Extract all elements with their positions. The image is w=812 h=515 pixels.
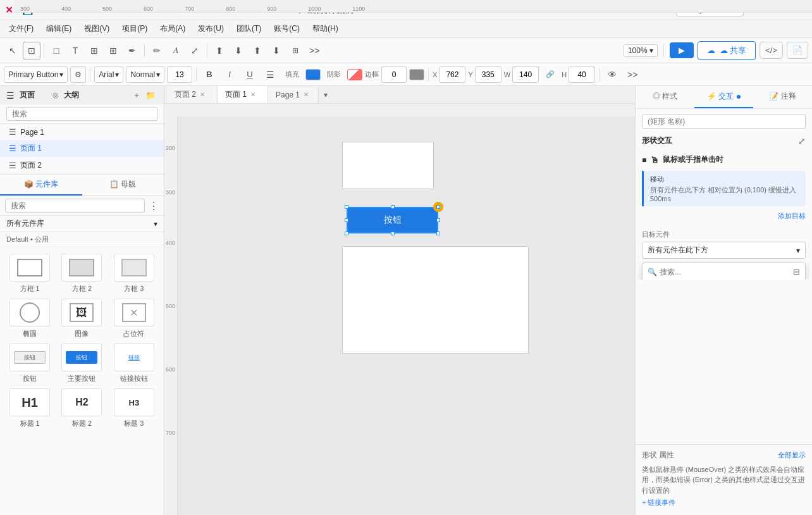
- align-bottom[interactable]: ⬇: [230, 42, 247, 59]
- comp-menu-btn[interactable]: ⋮: [149, 200, 159, 212]
- group-tool[interactable]: ⊞: [286, 42, 304, 59]
- resize-handle-tl[interactable]: [345, 205, 348, 209]
- h-input[interactable]: [569, 66, 595, 83]
- comp-item-btn[interactable]: 按钮 按钮: [6, 344, 53, 383]
- list-button[interactable]: ☰: [261, 66, 279, 84]
- resize-handle-bm[interactable]: [391, 232, 395, 235]
- resize-handle-ml[interactable]: [345, 218, 348, 222]
- input-tool[interactable]: ⊞: [85, 42, 103, 59]
- page-tab-page2[interactable]: 页面 2 ✕: [167, 86, 218, 103]
- border-color[interactable]: [409, 69, 424, 80]
- tab-close-icon[interactable]: ✕: [200, 91, 205, 98]
- shape-name-input[interactable]: [642, 114, 806, 129]
- canvas-rect-bottom[interactable]: [342, 246, 529, 354]
- order-down[interactable]: ⬇: [268, 42, 285, 59]
- bold-button[interactable]: B: [200, 66, 218, 84]
- pencil-tool[interactable]: ✏: [148, 42, 166, 59]
- order-up[interactable]: ⬆: [249, 42, 266, 59]
- comp-item-h2[interactable]: H2 标题 2: [58, 388, 105, 428]
- crop-tool[interactable]: ⊡: [23, 42, 40, 59]
- font-style-dropdown[interactable]: Normal ▾: [126, 66, 164, 83]
- border-width-input[interactable]: [381, 66, 407, 83]
- pen-tool[interactable]: ✒: [123, 42, 141, 59]
- target-element-dropdown[interactable]: 所有元件在此下方 ▾: [642, 242, 806, 259]
- comp-item-primary-btn[interactable]: 按钮 主要按钮: [58, 344, 105, 383]
- right-tab-interaction[interactable]: ⚡ 交互: [694, 86, 753, 108]
- font-size-input[interactable]: [167, 66, 192, 83]
- add-page-btn[interactable]: +: [132, 90, 141, 101]
- right-tab-notes[interactable]: 📝 注释: [753, 86, 812, 108]
- share-button[interactable]: ☁ ☁ 共享: [698, 41, 756, 60]
- italic-button[interactable]: I: [221, 66, 238, 84]
- comp-item-rect1[interactable]: 方框 1: [6, 254, 53, 294]
- resize-handle-br[interactable]: [436, 232, 440, 235]
- code-button[interactable]: </>: [760, 42, 783, 59]
- select-tool[interactable]: ↖: [4, 42, 22, 59]
- canvas-button-element[interactable]: 按钮: [347, 207, 438, 233]
- tab-close-icon[interactable]: ✕: [250, 91, 255, 98]
- comp-library-select[interactable]: 所有元件库 ▾: [0, 216, 164, 232]
- menu-account[interactable]: 账号(C): [268, 21, 306, 37]
- menu-publish[interactable]: 发布(U): [192, 21, 230, 37]
- underline-button[interactable]: U: [241, 66, 259, 84]
- dropdown-filter-btn[interactable]: ⊟: [793, 267, 800, 276]
- run-button[interactable]: ▶: [670, 42, 694, 58]
- menu-team[interactable]: 团队(T): [230, 21, 268, 37]
- publish-button[interactable]: 📄: [787, 42, 808, 59]
- menu-layout[interactable]: 布局(A): [154, 21, 192, 37]
- page-item-page1[interactable]: ☰ Page 1: [0, 124, 164, 140]
- canvas-content[interactable]: 按钮 ⚡: [178, 116, 635, 515]
- shape-tool[interactable]: □: [47, 42, 65, 59]
- element-settings-btn[interactable]: ⚙: [70, 66, 86, 83]
- comp-item-image[interactable]: 🖼 图像: [58, 299, 105, 338]
- right-tab-style[interactable]: ◎ 样式: [636, 86, 694, 108]
- canvas-rect-top[interactable]: [342, 142, 434, 189]
- page-folder-btn[interactable]: 📁: [144, 90, 157, 101]
- align-top[interactable]: ⬆: [211, 42, 228, 59]
- element-type-dropdown[interactable]: Primary Button ▾: [4, 66, 68, 83]
- comp-item-h3[interactable]: H3 标题 3: [111, 388, 157, 428]
- page-item-page3[interactable]: ☰ 页面 2: [0, 157, 164, 174]
- menu-project[interactable]: 项目(P): [116, 21, 154, 37]
- text-tool[interactable]: T: [66, 42, 84, 59]
- resize-handle-tm[interactable]: [391, 205, 395, 209]
- shadow-color[interactable]: [347, 69, 362, 80]
- comp-item-h1[interactable]: H1 标题 1: [6, 388, 53, 428]
- menu-view[interactable]: 视图(V): [78, 21, 116, 37]
- page-item-page2[interactable]: ☰ 页面 1: [0, 140, 164, 157]
- link-event-btn[interactable]: + 链接事件: [642, 495, 675, 510]
- y-input[interactable]: [475, 66, 501, 83]
- tab-close-icon[interactable]: ✕: [304, 91, 309, 98]
- resize-tool[interactable]: ⤢: [186, 42, 204, 59]
- comp-item-rect3[interactable]: 方框 3: [111, 254, 157, 294]
- resize-handle-mr[interactable]: [436, 218, 440, 222]
- page-tab-page1[interactable]: 页面 1 ✕: [218, 86, 268, 103]
- comp-item-circle[interactable]: 椭圆: [6, 299, 53, 338]
- comp-item-rect2[interactable]: 方框 2: [58, 254, 105, 294]
- zoom-control[interactable]: 100% ▾: [624, 44, 658, 57]
- add-target-btn[interactable]: 添加目标: [778, 210, 806, 222]
- more-tools[interactable]: >>: [305, 42, 323, 59]
- table-tool[interactable]: ⊞: [104, 42, 122, 59]
- menu-help[interactable]: 帮助(H): [306, 21, 345, 37]
- comp-tab-masters[interactable]: 📋 母版: [82, 175, 164, 195]
- format-tool[interactable]: 𝐴: [167, 42, 185, 59]
- visibility-btn[interactable]: 👁: [603, 66, 621, 84]
- more-props-btn[interactable]: >>: [624, 66, 641, 84]
- x-input[interactable]: [439, 66, 465, 83]
- expand-interaction-btn[interactable]: ⤢: [798, 136, 806, 146]
- action-item[interactable]: 移动 所有元件在此下方 相对位置为 (0,100) 缓慢进入 500ms: [642, 171, 806, 206]
- resize-handle-tr[interactable]: [436, 205, 440, 209]
- lock-ratio-btn[interactable]: 🔗: [541, 66, 559, 84]
- w-input[interactable]: [512, 66, 539, 83]
- dropdown-search-input[interactable]: [660, 268, 790, 276]
- fill-color[interactable]: [305, 69, 321, 80]
- tabs-more-btn[interactable]: ▾: [319, 88, 333, 102]
- page-tab-orig[interactable]: Page 1 ✕: [268, 87, 319, 102]
- comp-tab-library[interactable]: 📦 元件库: [0, 175, 82, 195]
- show-all-btn[interactable]: 全部显示: [778, 450, 806, 460]
- page-search-input[interactable]: [6, 107, 157, 121]
- menu-file[interactable]: 文件(F): [3, 21, 40, 37]
- menu-edit[interactable]: 编辑(E): [40, 21, 78, 37]
- comp-item-placeholder[interactable]: ✕ 占位符: [111, 299, 157, 338]
